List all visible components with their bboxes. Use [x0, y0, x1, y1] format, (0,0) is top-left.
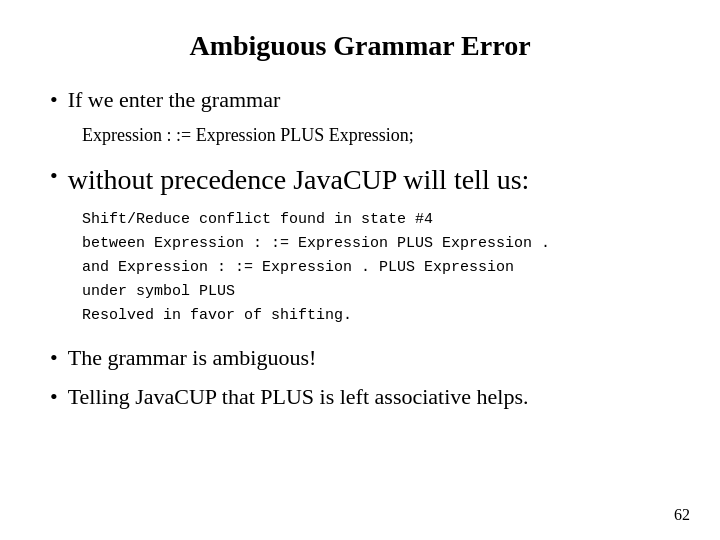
bullet-item-3: • The grammar is ambiguous! — [50, 344, 670, 373]
bullet-text-2: without precedence JavaCUP will tell us: — [68, 162, 530, 198]
code-line-2: between Expression : := Expression PLUS … — [82, 232, 670, 256]
bullet-dot-3: • — [50, 344, 58, 373]
bullet-section-2: • without precedence JavaCUP will tell u… — [50, 162, 670, 328]
code-line-3: and Expression : := Expression . PLUS Ex… — [82, 256, 670, 280]
bullet-item-2: • without precedence JavaCUP will tell u… — [50, 162, 670, 198]
code-block: Shift/Reduce conflict found in state #4 … — [82, 208, 670, 328]
bottom-bullets: • The grammar is ambiguous! • Telling Ja… — [50, 344, 670, 411]
bullet-dot-2: • — [50, 162, 58, 191]
expression-line: Expression : := Expression PLUS Expressi… — [82, 125, 670, 146]
bullet-text-4: Telling JavaCUP that PLUS is left associ… — [68, 383, 529, 412]
code-line-4: under symbol PLUS — [82, 280, 670, 304]
bullet-item-4: • Telling JavaCUP that PLUS is left asso… — [50, 383, 670, 412]
slide: Ambiguous Grammar Error • If we enter th… — [0, 0, 720, 540]
bullet-dot-1: • — [50, 86, 58, 115]
bullet-item-1: • If we enter the grammar — [50, 86, 670, 115]
bullet-section-1: • If we enter the grammar Expression : :… — [50, 86, 670, 146]
page-number: 62 — [674, 506, 690, 524]
slide-title: Ambiguous Grammar Error — [50, 30, 670, 62]
code-line-1: Shift/Reduce conflict found in state #4 — [82, 208, 670, 232]
bullet-text-1: If we enter the grammar — [68, 86, 281, 115]
bullet-dot-4: • — [50, 383, 58, 412]
code-line-5: Resolved in favor of shifting. — [82, 304, 670, 328]
bullet-text-3: The grammar is ambiguous! — [68, 344, 317, 373]
